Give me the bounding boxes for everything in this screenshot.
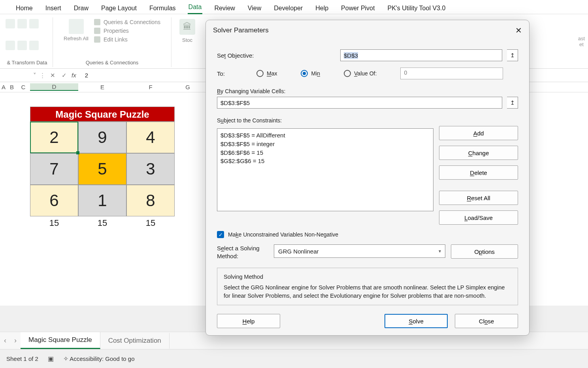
- changing-range-picker-icon[interactable]: ↥: [507, 97, 518, 109]
- cancel-formula-icon[interactable]: ✕: [49, 72, 57, 79]
- cell-E5[interactable]: 1: [78, 185, 126, 216]
- cell-F3[interactable]: 4: [126, 122, 175, 153]
- existing-conn-icon[interactable]: [29, 41, 39, 50]
- tab-developer[interactable]: Developer: [273, 3, 303, 13]
- tab-nav-next-icon[interactable]: ›: [10, 336, 21, 345]
- group-qc-label: Queries & Connections: [86, 60, 139, 67]
- help-body: Select the GRG Nonlinear engine for Solv…: [224, 284, 511, 300]
- from-table-icon[interactable]: [6, 41, 15, 50]
- constraint-item[interactable]: $D$3:$F$5 = integer: [220, 140, 430, 148]
- close-icon[interactable]: ✕: [515, 26, 522, 35]
- tab-data[interactable]: Data: [188, 2, 203, 14]
- properties-btn[interactable]: Properties: [94, 28, 129, 34]
- solver-dialog: Solver Parameters ✕ Set Objective: $D$3 …: [205, 20, 530, 336]
- objective-range-picker-icon[interactable]: ↥: [507, 49, 518, 61]
- cell-E3[interactable]: 9: [78, 122, 126, 153]
- constraints-list[interactable]: $D$3:$F$5 = AllDifferent $D$3:$F$5 = int…: [217, 128, 433, 211]
- cell-F4[interactable]: 3: [126, 153, 175, 185]
- sheet-tab-cost-optimization[interactable]: Cost Optimization: [100, 333, 170, 349]
- tab-help[interactable]: Help: [315, 3, 329, 13]
- puzzle-grid: 2 9 4 7 5 3 6 1 8: [30, 122, 175, 216]
- tab-review[interactable]: Review: [213, 3, 236, 13]
- sum-col-E: 15: [78, 216, 126, 228]
- radio-min[interactable]: Min: [301, 70, 320, 77]
- fx-icon[interactable]: fx: [72, 72, 76, 79]
- stocks-label: Stoc: [182, 37, 192, 43]
- tab-power-pivot[interactable]: Power Pivot: [340, 3, 375, 13]
- tab-insert[interactable]: Insert: [45, 3, 62, 13]
- tab-nav-prev-icon[interactable]: ‹: [0, 336, 10, 345]
- ribbon-right-fragment: ast et: [575, 14, 588, 69]
- checkbox-checked-icon: ✓: [217, 231, 224, 238]
- get-data-icon[interactable]: [6, 19, 15, 28]
- tab-formulas[interactable]: Formulas: [149, 3, 177, 13]
- ribbon-tabs: Home Insert Draw Page Layout Formulas Da…: [0, 0, 588, 14]
- col-C[interactable]: C: [17, 84, 30, 90]
- refresh-all-icon[interactable]: [69, 19, 84, 34]
- from-text-icon[interactable]: [17, 19, 27, 28]
- tab-draw[interactable]: Draw: [73, 3, 89, 13]
- cell-E4[interactable]: 5: [78, 153, 126, 185]
- radio-max[interactable]: Max: [256, 70, 277, 77]
- method-label: Select a Solving Method:: [217, 244, 268, 260]
- status-bar: Sheet 1 of 2 ▣ ✧ Accessibility: Good to …: [0, 349, 588, 368]
- solve-button[interactable]: Solve: [384, 314, 448, 328]
- changing-cells-input[interactable]: $D$3:$F$5: [217, 97, 502, 109]
- reset-all-button[interactable]: Reset All: [439, 191, 518, 205]
- group-transform-label: & Transform Data: [7, 60, 47, 67]
- tab-pk-utility[interactable]: PK's Utility Tool V3.0: [386, 3, 446, 13]
- status-sheet-count: Sheet 1 of 2: [6, 355, 38, 362]
- tab-view[interactable]: View: [247, 3, 262, 13]
- macro-record-icon[interactable]: ▣: [48, 355, 54, 362]
- change-constraint-button[interactable]: Change: [439, 146, 518, 160]
- sum-col-D: 15: [30, 216, 78, 228]
- set-objective-label: Set Objective:: [217, 52, 335, 59]
- method-select[interactable]: GRG Nonlinear ▾: [274, 244, 445, 258]
- constraints-label: Subject to the Constraints:: [217, 117, 282, 124]
- col-G[interactable]: G: [175, 84, 201, 90]
- name-box-caret-icon[interactable]: ˅: [33, 72, 36, 79]
- col-D[interactable]: D: [30, 83, 78, 91]
- status-accessibility: ✧ Accessibility: Good to go: [63, 355, 135, 362]
- col-E[interactable]: E: [78, 84, 126, 90]
- load-save-button[interactable]: Load/Save: [439, 210, 518, 225]
- solving-method-help: Solving Method Select the GRG Nonlinear …: [217, 268, 518, 305]
- edit-links-icon: [94, 36, 100, 43]
- tab-page-layout[interactable]: Page Layout: [100, 3, 138, 13]
- col-A[interactable]: A: [0, 84, 7, 90]
- tab-home[interactable]: Home: [15, 3, 34, 13]
- refresh-all-label: Refresh All: [64, 36, 89, 41]
- constraint-item[interactable]: $D$3:$F$5 = AllDifferent: [220, 131, 430, 140]
- help-button[interactable]: Help: [217, 314, 280, 328]
- puzzle-column-sums: 15 15 15: [30, 216, 175, 228]
- constraint-item[interactable]: $D$6:$F$6 = 15: [220, 148, 430, 157]
- set-objective-input[interactable]: $D$3: [340, 49, 502, 61]
- stocks-icon[interactable]: 🏛: [179, 19, 195, 35]
- cell-D5[interactable]: 6: [30, 185, 78, 216]
- col-F[interactable]: F: [126, 84, 175, 90]
- nonneg-checkbox[interactable]: ✓ Make Unconstrained Variables Non-Negat…: [217, 231, 338, 238]
- by-changing-label: By Changing Variable Cells:: [217, 88, 285, 94]
- queries-conn-icon: [94, 19, 100, 25]
- cell-D4[interactable]: 7: [30, 153, 78, 185]
- recent-sources-icon[interactable]: [17, 41, 27, 50]
- accessibility-icon: ✧: [63, 355, 68, 362]
- cell-D3[interactable]: 2: [30, 122, 78, 153]
- cell-F5[interactable]: 8: [126, 185, 175, 216]
- chevron-down-icon: ▾: [439, 248, 441, 254]
- col-B[interactable]: B: [7, 84, 17, 90]
- constraint-item[interactable]: $G$2:$G$6 = 15: [220, 157, 430, 165]
- enter-formula-icon[interactable]: ✓: [60, 72, 68, 79]
- value-of-input[interactable]: 0: [400, 68, 503, 79]
- close-button[interactable]: Close: [455, 314, 518, 328]
- puzzle-title: Magic Square Puzzle: [30, 107, 175, 122]
- add-constraint-button[interactable]: Add: [439, 126, 518, 140]
- queries-conn-btn[interactable]: Queries & Connections: [94, 19, 160, 25]
- radio-value-of[interactable]: Value Of:: [344, 70, 377, 77]
- edit-links-btn[interactable]: Edit Links: [94, 36, 128, 43]
- options-button[interactable]: Options: [451, 244, 518, 259]
- delete-constraint-button[interactable]: Delete: [439, 165, 518, 180]
- from-web-icon[interactable]: [29, 19, 39, 28]
- sheet-tab-magic-square[interactable]: Magic Square Puzzle: [21, 332, 100, 349]
- properties-icon: [94, 28, 100, 34]
